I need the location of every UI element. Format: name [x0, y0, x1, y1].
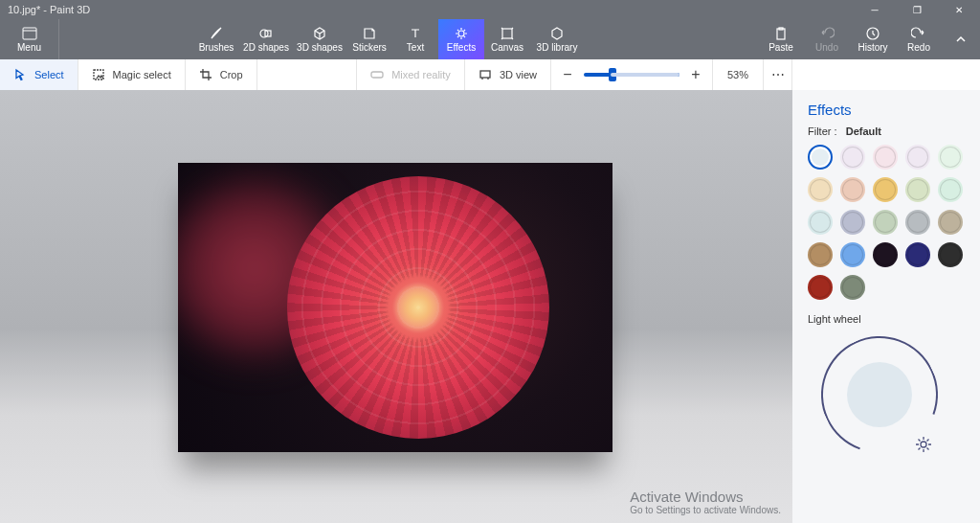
more-button[interactable]: ⋯ [764, 59, 792, 90]
panel-title: Effects [808, 102, 967, 118]
minimize-button[interactable]: ─ [854, 0, 896, 19]
tool-stickers[interactable]: Stickers [346, 19, 392, 59]
filter-swatch[interactable] [840, 145, 865, 170]
filter-swatch[interactable] [840, 210, 865, 235]
canvas-image[interactable] [178, 163, 612, 452]
filter-row: Filter : Default [808, 125, 967, 137]
filter-swatch[interactable] [840, 177, 865, 202]
filter-swatch[interactable] [905, 242, 930, 267]
crop-icon [199, 68, 212, 81]
undo-icon [819, 26, 835, 41]
filter-swatch[interactable] [938, 242, 963, 267]
expand-button[interactable] [942, 19, 980, 59]
filter-swatch[interactable] [938, 177, 963, 202]
library3d-icon [549, 26, 565, 41]
light-wheel[interactable] [817, 332, 942, 457]
stickers-icon [362, 26, 377, 41]
hist-label: Paste [768, 42, 793, 53]
ribbon: Menu Brushes 2D shapes 3D shapes Sticker… [0, 19, 980, 59]
3d-view-button[interactable]: 3D view [465, 59, 551, 90]
effects-icon [454, 26, 469, 41]
text-icon [408, 26, 423, 41]
tool-canvas[interactable]: Canvas [484, 19, 530, 59]
paste-icon [773, 26, 789, 41]
windows-watermark: Activate Windows Go to Settings to activ… [630, 489, 781, 515]
filter-swatch[interactable] [905, 177, 930, 202]
filter-swatch[interactable] [873, 145, 898, 170]
mixed-reality-icon [370, 68, 384, 81]
filter-swatch[interactable] [808, 242, 833, 267]
close-button[interactable]: ✕ [938, 0, 980, 19]
tool-3d-library[interactable]: 3D library [530, 19, 584, 59]
magic-select-button[interactable]: Magic select [78, 59, 186, 90]
tool-label: Stickers [352, 42, 387, 53]
tb-label: Magic select [113, 69, 171, 80]
magic-select-icon [92, 68, 105, 81]
tool-effects[interactable]: Effects [438, 19, 484, 59]
zoom-in-button[interactable]: + [685, 64, 706, 85]
tb-label: Crop [220, 69, 243, 80]
tool-2d-shapes[interactable]: 2D shapes [239, 19, 293, 59]
tool-label: Effects [447, 42, 476, 53]
svg-rect-11 [480, 71, 490, 78]
redo-button[interactable]: Redo [896, 19, 942, 59]
hist-label: Redo [907, 42, 930, 53]
zoom-controls: − + [551, 64, 712, 85]
cursor-icon [13, 68, 27, 81]
brush-icon [209, 26, 224, 41]
tool-label: 3D library [537, 42, 578, 53]
canvas-viewport[interactable]: Activate Windows Go to Settings to activ… [0, 90, 792, 523]
crop-button[interactable]: Crop [186, 59, 257, 90]
tool-label: Text [407, 42, 424, 53]
tool-label: 2D shapes [243, 42, 289, 53]
maximize-button[interactable]: ❐ [896, 0, 938, 19]
filter-swatch[interactable] [808, 210, 833, 235]
tool-brushes[interactable]: Brushes [193, 19, 239, 59]
redo-icon [911, 26, 926, 41]
filter-swatch[interactable] [938, 210, 963, 235]
light-wheel-knob[interactable] [847, 362, 912, 427]
content: Activate Windows Go to Settings to activ… [0, 90, 980, 523]
watermark-sub: Go to Settings to activate Windows. [630, 505, 781, 515]
filter-swatch[interactable] [840, 242, 865, 267]
filter-swatch[interactable] [873, 210, 898, 235]
toolbar: Select Magic select Crop Mixed reality 3… [0, 59, 980, 90]
shapes3d-icon [312, 26, 327, 41]
zoom-out-button[interactable]: − [557, 64, 578, 85]
title-bar: 10.jpg* - Paint 3D ─ ❐ ✕ [0, 0, 980, 19]
filter-swatch[interactable] [938, 145, 963, 170]
tb-label: Mixed reality [391, 69, 451, 80]
filter-swatch[interactable] [905, 145, 930, 170]
tool-3d-shapes[interactable]: 3D shapes [293, 19, 346, 59]
filter-swatch[interactable] [873, 177, 898, 202]
side-panel: Effects Filter : Default Light wheel [792, 90, 980, 523]
svg-rect-5 [502, 29, 512, 38]
tool-label: 3D shapes [297, 42, 343, 53]
filter-swatch[interactable] [808, 145, 833, 170]
menu-button[interactable]: Menu [0, 19, 59, 59]
svg-rect-10 [371, 72, 383, 78]
ribbon-tools: Brushes 2D shapes 3D shapes Stickers Tex… [193, 19, 584, 59]
svg-rect-0 [23, 28, 36, 39]
filter-label: Filter : [808, 125, 837, 137]
canvas-icon [500, 26, 515, 41]
hist-label: History [858, 42, 887, 53]
paste-button[interactable]: Paste [758, 19, 804, 59]
ribbon-history: Paste Undo History Redo [758, 19, 980, 59]
filter-swatch[interactable] [840, 275, 865, 300]
window-title: 10.jpg* - Paint 3D [8, 4, 90, 15]
filter-swatch[interactable] [905, 210, 930, 235]
watermark-title: Activate Windows [630, 489, 781, 505]
tool-label: Canvas [491, 42, 523, 53]
zoom-slider[interactable] [584, 73, 679, 77]
filter-swatches [808, 145, 967, 300]
filter-swatch[interactable] [808, 275, 833, 300]
zoom-percent[interactable]: 53% [712, 59, 764, 90]
mixed-reality-button: Mixed reality [356, 59, 465, 90]
undo-button[interactable]: Undo [804, 19, 850, 59]
select-button[interactable]: Select [0, 59, 78, 90]
tool-text[interactable]: Text [392, 19, 438, 59]
filter-swatch[interactable] [873, 242, 898, 267]
filter-swatch[interactable] [808, 177, 833, 202]
history-button[interactable]: History [850, 19, 896, 59]
